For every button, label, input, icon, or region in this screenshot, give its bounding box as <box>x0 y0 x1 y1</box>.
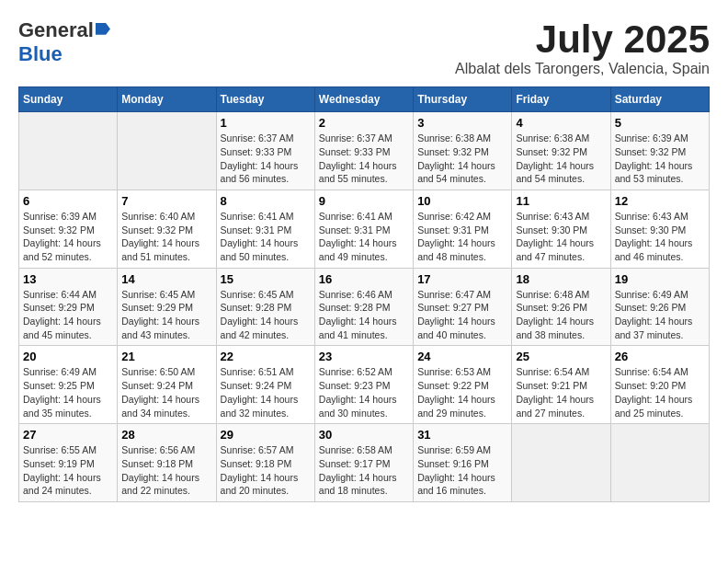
day-cell: 25 Sunrise: 6:54 AMSunset: 9:21 PMDaylig… <box>512 346 610 424</box>
day-info: Sunrise: 6:37 AMSunset: 9:33 PMDaylight:… <box>221 132 299 184</box>
day-number: 6 <box>23 194 113 208</box>
week-row-3: 13 Sunrise: 6:44 AMSunset: 9:29 PMDaylig… <box>19 268 710 346</box>
day-number: 9 <box>319 194 409 208</box>
day-cell: 31 Sunrise: 6:59 AMSunset: 9:16 PMDaylig… <box>414 424 512 502</box>
day-info: Sunrise: 6:52 AMSunset: 9:23 PMDaylight:… <box>319 366 397 418</box>
page-header: General Blue July 2025 Albalat dels Taro… <box>18 18 710 77</box>
day-number: 26 <box>615 350 705 363</box>
header-monday: Monday <box>118 87 216 112</box>
day-info: Sunrise: 6:53 AMSunset: 9:22 PMDaylight:… <box>417 366 495 418</box>
day-number: 4 <box>516 116 606 130</box>
header-tuesday: Tuesday <box>216 87 314 112</box>
day-number: 29 <box>221 428 311 442</box>
day-cell: 23 Sunrise: 6:52 AMSunset: 9:23 PMDaylig… <box>314 346 413 424</box>
day-cell: 18 Sunrise: 6:48 AMSunset: 9:26 PMDaylig… <box>512 268 610 346</box>
day-number: 8 <box>221 194 311 208</box>
day-number: 3 <box>417 116 507 130</box>
day-info: Sunrise: 6:54 AMSunset: 9:20 PMDaylight:… <box>615 366 693 418</box>
logo-blue-text: Blue <box>18 42 63 66</box>
day-info: Sunrise: 6:43 AMSunset: 9:30 PMDaylight:… <box>516 211 594 262</box>
day-info: Sunrise: 6:46 AMSunset: 9:28 PMDaylight:… <box>319 289 397 340</box>
day-info: Sunrise: 6:55 AMSunset: 9:19 PMDaylight:… <box>23 444 101 496</box>
day-cell: 13 Sunrise: 6:44 AMSunset: 9:29 PMDaylig… <box>19 268 118 346</box>
day-number: 7 <box>121 194 211 208</box>
calendar-location: Albalat dels Tarongers, Valencia, Spain <box>455 61 710 77</box>
day-info: Sunrise: 6:38 AMSunset: 9:32 PMDaylight:… <box>417 132 495 184</box>
day-cell: 30 Sunrise: 6:58 AMSunset: 9:17 PMDaylig… <box>314 424 413 502</box>
day-cell: 22 Sunrise: 6:51 AMSunset: 9:24 PMDaylig… <box>216 346 314 424</box>
day-number: 22 <box>221 350 311 363</box>
day-cell <box>19 112 118 190</box>
day-number: 15 <box>221 272 311 286</box>
header-saturday: Saturday <box>610 87 709 112</box>
day-number: 13 <box>23 272 113 286</box>
day-cell: 26 Sunrise: 6:54 AMSunset: 9:20 PMDaylig… <box>610 346 709 424</box>
calendar-table: SundayMondayTuesdayWednesdayThursdayFrid… <box>18 86 710 502</box>
day-number: 28 <box>121 428 211 442</box>
day-info: Sunrise: 6:44 AMSunset: 9:29 PMDaylight:… <box>23 289 101 340</box>
day-info: Sunrise: 6:39 AMSunset: 9:32 PMDaylight:… <box>23 211 101 262</box>
day-cell: 19 Sunrise: 6:49 AMSunset: 9:26 PMDaylig… <box>610 268 709 346</box>
day-info: Sunrise: 6:45 AMSunset: 9:28 PMDaylight:… <box>221 289 299 340</box>
day-cell <box>118 112 216 190</box>
day-cell: 2 Sunrise: 6:37 AMSunset: 9:33 PMDayligh… <box>314 112 413 190</box>
day-number: 16 <box>319 272 409 286</box>
day-info: Sunrise: 6:59 AMSunset: 9:16 PMDaylight:… <box>417 444 495 496</box>
day-cell: 17 Sunrise: 6:47 AMSunset: 9:27 PMDaylig… <box>414 268 512 346</box>
day-cell: 8 Sunrise: 6:41 AMSunset: 9:31 PMDayligh… <box>216 190 314 268</box>
day-info: Sunrise: 6:43 AMSunset: 9:30 PMDaylight:… <box>615 211 693 262</box>
week-row-1: 1 Sunrise: 6:37 AMSunset: 9:33 PMDayligh… <box>19 112 710 190</box>
day-info: Sunrise: 6:57 AMSunset: 9:18 PMDaylight:… <box>221 444 299 496</box>
calendar-title: July 2025 <box>455 18 710 61</box>
day-info: Sunrise: 6:41 AMSunset: 9:31 PMDaylight:… <box>319 211 397 262</box>
day-number: 31 <box>417 428 507 442</box>
day-cell: 14 Sunrise: 6:45 AMSunset: 9:29 PMDaylig… <box>118 268 216 346</box>
logo-general-text: General <box>18 18 94 42</box>
day-cell: 15 Sunrise: 6:45 AMSunset: 9:28 PMDaylig… <box>216 268 314 346</box>
day-number: 5 <box>615 116 705 130</box>
day-cell: 5 Sunrise: 6:39 AMSunset: 9:32 PMDayligh… <box>610 112 709 190</box>
header-friday: Friday <box>512 87 610 112</box>
day-number: 10 <box>417 194 507 208</box>
day-info: Sunrise: 6:41 AMSunset: 9:31 PMDaylight:… <box>221 211 299 262</box>
day-number: 19 <box>615 272 705 286</box>
day-info: Sunrise: 6:40 AMSunset: 9:32 PMDaylight:… <box>121 211 199 262</box>
day-info: Sunrise: 6:37 AMSunset: 9:33 PMDaylight:… <box>319 132 397 184</box>
day-info: Sunrise: 6:48 AMSunset: 9:26 PMDaylight:… <box>516 289 594 340</box>
day-cell: 7 Sunrise: 6:40 AMSunset: 9:32 PMDayligh… <box>118 190 216 268</box>
day-cell: 1 Sunrise: 6:37 AMSunset: 9:33 PMDayligh… <box>216 112 314 190</box>
day-info: Sunrise: 6:50 AMSunset: 9:24 PMDaylight:… <box>121 366 199 418</box>
day-cell: 29 Sunrise: 6:57 AMSunset: 9:18 PMDaylig… <box>216 424 314 502</box>
day-number: 23 <box>319 350 409 363</box>
day-number: 14 <box>121 272 211 286</box>
day-number: 18 <box>516 272 606 286</box>
day-info: Sunrise: 6:51 AMSunset: 9:24 PMDaylight:… <box>221 366 299 418</box>
day-cell <box>512 424 610 502</box>
day-number: 20 <box>23 350 113 363</box>
header-sunday: Sunday <box>19 87 118 112</box>
day-info: Sunrise: 6:56 AMSunset: 9:18 PMDaylight:… <box>121 444 199 496</box>
day-cell: 16 Sunrise: 6:46 AMSunset: 9:28 PMDaylig… <box>314 268 413 346</box>
day-cell: 9 Sunrise: 6:41 AMSunset: 9:31 PMDayligh… <box>314 190 413 268</box>
calendar-header-row: SundayMondayTuesdayWednesdayThursdayFrid… <box>19 87 710 112</box>
logo-icon <box>96 23 110 38</box>
day-number: 27 <box>23 428 113 442</box>
day-number: 11 <box>516 194 606 208</box>
day-info: Sunrise: 6:45 AMSunset: 9:29 PMDaylight:… <box>121 289 199 340</box>
header-thursday: Thursday <box>414 87 512 112</box>
day-cell: 6 Sunrise: 6:39 AMSunset: 9:32 PMDayligh… <box>19 190 118 268</box>
day-cell: 11 Sunrise: 6:43 AMSunset: 9:30 PMDaylig… <box>512 190 610 268</box>
day-cell: 20 Sunrise: 6:49 AMSunset: 9:25 PMDaylig… <box>19 346 118 424</box>
day-cell: 4 Sunrise: 6:38 AMSunset: 9:32 PMDayligh… <box>512 112 610 190</box>
day-cell: 10 Sunrise: 6:42 AMSunset: 9:31 PMDaylig… <box>414 190 512 268</box>
day-cell: 24 Sunrise: 6:53 AMSunset: 9:22 PMDaylig… <box>414 346 512 424</box>
day-info: Sunrise: 6:39 AMSunset: 9:32 PMDaylight:… <box>615 132 693 184</box>
day-cell: 3 Sunrise: 6:38 AMSunset: 9:32 PMDayligh… <box>414 112 512 190</box>
day-cell: 27 Sunrise: 6:55 AMSunset: 9:19 PMDaylig… <box>19 424 118 502</box>
day-info: Sunrise: 6:47 AMSunset: 9:27 PMDaylight:… <box>417 289 495 340</box>
week-row-5: 27 Sunrise: 6:55 AMSunset: 9:19 PMDaylig… <box>19 424 710 502</box>
week-row-2: 6 Sunrise: 6:39 AMSunset: 9:32 PMDayligh… <box>19 190 710 268</box>
day-number: 25 <box>516 350 606 363</box>
day-info: Sunrise: 6:42 AMSunset: 9:31 PMDaylight:… <box>417 211 495 262</box>
day-number: 12 <box>615 194 705 208</box>
